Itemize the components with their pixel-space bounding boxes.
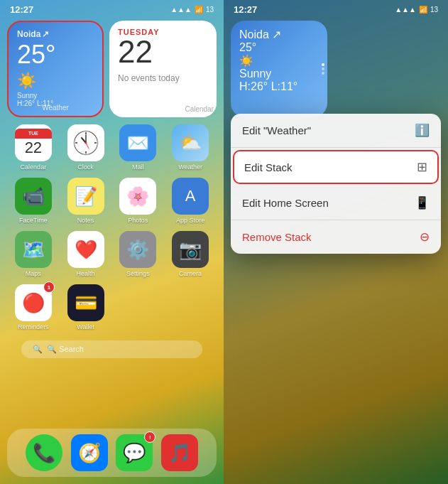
clock-app-label: Clock [77,163,94,171]
dock-phone[interactable]: 📞 [26,434,62,471]
reminders-badge: 1 [43,281,55,293]
dot-1 [322,63,324,66]
app-row-4: 🔴 1 Reminders 💳 Wallet [7,284,217,330]
facetime-app-label: FaceTime [19,217,48,224]
svg-point-9 [84,142,87,144]
weather-app-label: Weather [178,163,202,171]
messages-icon: 💬 [123,442,146,464]
dock-messages[interactable]: 💬 ! [116,434,153,471]
mail-app-label: Mail [132,163,144,171]
empty-slot-1 [119,284,156,321]
app-facetime[interactable]: 📹 FaceTime [12,178,55,224]
search-label: 🔍 Search [47,345,84,354]
app-empty-1 [116,284,159,330]
left-phone: 12:27 ▲▲▲ 📶 13 Noida ↗ 25° ☀️ Sunny H:26… [0,0,224,484]
menu-item-edit-weather[interactable]: Edit "Weather" ℹ️ [231,114,441,148]
edit-stack-label: Edit Stack [244,161,293,173]
app-row-2: 📹 FaceTime 📝 Notes 🌸 Photos A [7,178,217,224]
weather-location: Noida ↗ [17,29,94,39]
right-weather-widget: Noida ↗ 25° ☀️ Sunny H:26° L:11° [231,21,327,117]
calendar-no-events: No events today [118,73,208,83]
appstore-app-label: App Store [176,217,204,224]
reminders-icon[interactable]: 🔴 1 [15,284,52,321]
clock-face-icon [73,130,99,156]
weather-temp: 25° [17,41,94,69]
calendar-icon[interactable]: TUE 22 [15,124,52,161]
app-row-3: 🗺️ Maps ❤️ Health ⚙️ Settings 📷 [7,231,217,277]
app-empty-2 [169,284,212,330]
wifi-icon: 📶 [195,6,203,14]
clock-icon[interactable] [67,124,104,161]
app-settings[interactable]: ⚙️ Settings [116,231,159,277]
messages-badge: ! [144,431,155,443]
app-maps[interactable]: 🗺️ Maps [12,231,55,277]
app-weather[interactable]: ⛅ Weather [169,124,212,171]
app-wallet[interactable]: 💳 Wallet [65,284,107,330]
camera-app-label: Camera [179,270,202,277]
wallet-icon[interactable]: 💳 [67,284,104,321]
settings-icon[interactable]: ⚙️ [119,231,156,268]
settings-app-label: Settings [126,270,150,277]
app-health[interactable]: ❤️ Health [65,231,107,277]
right-status-bar: 12:27 ▲▲▲ 📶 13 [224,0,448,16]
empty-slot-2 [172,284,209,321]
dot-2 [322,68,324,70]
location-arrow-icon: ↗ [42,29,49,39]
maps-app-label: Maps [26,270,41,277]
right-time: 12:27 [234,4,257,15]
appstore-icon[interactable]: A [172,178,209,215]
wallet-app-label: Wallet [77,323,94,330]
photos-icon[interactable]: 🌸 [119,178,156,215]
search-bar[interactable]: 🔍 🔍 Search [21,340,202,358]
right-location-arrow-icon: ↗ [272,28,281,41]
edit-home-label: Edit Home Screen [242,197,329,209]
menu-item-remove-stack[interactable]: Remove Stack ⊖ [231,220,441,254]
sun-icon: ☀️ [17,72,94,90]
info-icon: ℹ️ [415,123,430,138]
calendar-app-label: Calendar [21,163,47,171]
weather-app-icon[interactable]: ⛅ [172,124,209,161]
app-mail[interactable]: ✉️ Mail [116,124,159,171]
phone-icon: 📞 [33,442,55,464]
dock: 📞 🧭 💬 ! 🎵 [7,429,217,477]
dock-safari[interactable]: 🧭 [71,434,108,471]
health-app-label: Health [77,270,95,277]
app-appstore[interactable]: A App Store [169,178,212,224]
right-wifi-icon: 📶 [419,6,427,14]
phone-edit-icon: 📱 [415,195,430,210]
left-widgets-row: Noida ↗ 25° ☀️ Sunny H:26° L:11° Weather… [0,16,224,122]
right-widgets-row: Noida ↗ 25° ☀️ Sunny H:26° L:11° [224,16,448,122]
dock-music[interactable]: 🎵 [161,434,198,471]
search-icon: 🔍 [33,345,43,354]
photos-app-label: Photos [128,217,148,224]
context-menu: Edit "Weather" ℹ️ Edit Stack ⊞ Edit Home… [231,114,441,254]
maps-icon[interactable]: 🗺️ [15,231,52,268]
right-weather-location: Noida ↗ [239,28,319,41]
camera-icon[interactable]: 📷 [172,231,209,268]
remove-icon: ⊖ [420,230,430,244]
app-camera[interactable]: 📷 Camera [169,231,212,277]
facetime-icon[interactable]: 📹 [15,178,52,215]
app-reminders[interactable]: 🔴 1 Reminders [12,284,55,330]
weather-widget[interactable]: Noida ↗ 25° ☀️ Sunny H:26° L:11° Weather [7,21,104,117]
right-phone: 12:27 ▲▲▲ 📶 13 Noida ↗ 25° ☀️ Sunny H:26… [224,0,448,484]
app-photos[interactable]: 🌸 Photos [116,178,159,224]
mail-icon[interactable]: ✉️ [119,124,156,161]
right-battery-icon: 13 [430,6,438,14]
weather-label: Weather [9,104,102,112]
app-calendar[interactable]: TUE 22 Calendar [12,124,55,171]
health-icon[interactable]: ❤️ [67,231,104,268]
app-notes[interactable]: 📝 Notes [65,178,107,224]
calendar-date: 22 [118,36,208,68]
dot-3 [322,72,324,75]
notes-icon[interactable]: 📝 [67,178,104,215]
calendar-widget[interactable]: TUESDAY 22 No events today [109,21,217,117]
edit-weather-label: Edit "Weather" [242,124,311,136]
right-weather-temp: 25° [239,41,319,54]
menu-item-edit-home[interactable]: Edit Home Screen 📱 [231,186,441,220]
reminders-app-label: Reminders [18,323,49,330]
app-clock[interactable]: Clock [65,124,107,171]
right-sun-icon: ☀️ [239,54,319,68]
menu-item-edit-stack[interactable]: Edit Stack ⊞ [233,150,439,184]
right-status-icons: ▲▲▲ 📶 13 [395,6,438,14]
